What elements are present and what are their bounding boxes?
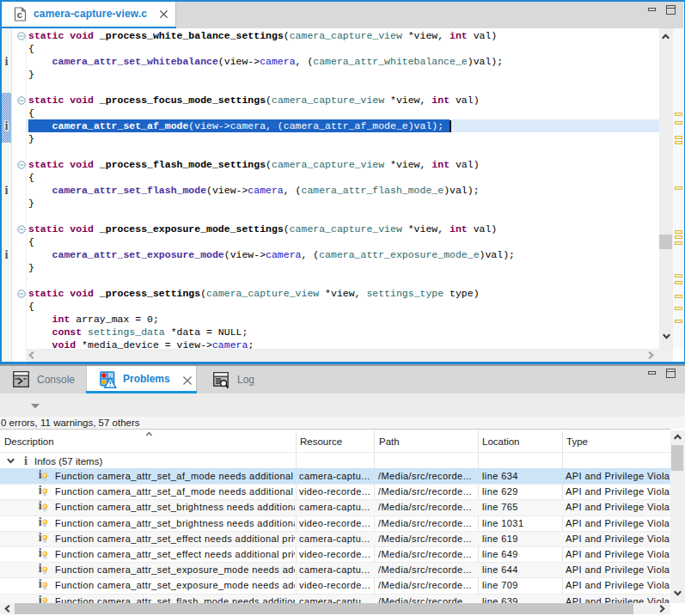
svg-text:c: c bbox=[17, 10, 23, 21]
